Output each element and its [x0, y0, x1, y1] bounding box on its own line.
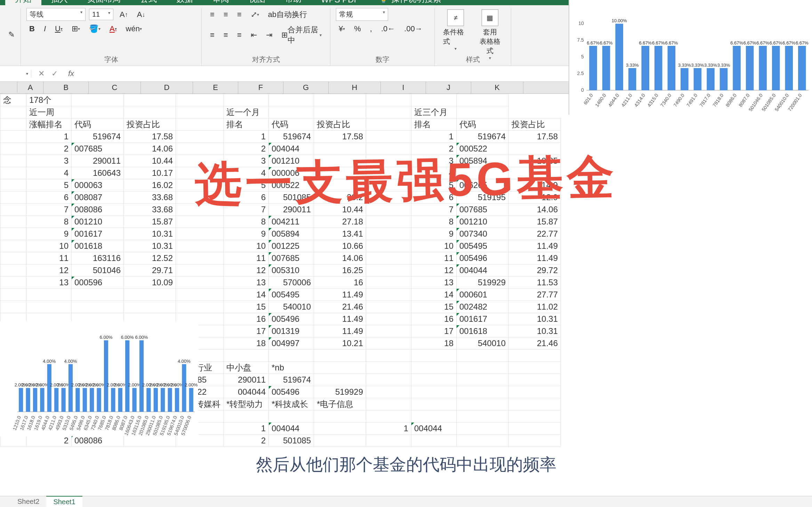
tab-formula[interactable]: 公式 [130, 0, 167, 5]
svg-rect-94 [104, 340, 108, 412]
column-header-B[interactable]: B [43, 82, 89, 93]
column-header-F[interactable]: F [238, 82, 283, 93]
svg-rect-115 [154, 388, 158, 412]
indent-dec[interactable]: ⇤ [248, 29, 260, 41]
tab-help[interactable]: 帮助 [275, 0, 311, 5]
svg-text:4044.0: 4044.0 [607, 92, 620, 108]
tab-data[interactable]: 数据 [167, 0, 203, 5]
font-name-select[interactable]: 等线▾ [26, 8, 86, 21]
svg-rect-73 [54, 388, 58, 412]
svg-rect-121 [168, 388, 172, 412]
subtitle-caption: 然后从他们那个基金的代码中出现的频率 [0, 450, 812, 479]
svg-text:7490.0: 7490.0 [672, 92, 685, 108]
svg-text:6.67%: 6.67% [770, 40, 782, 46]
merge-center[interactable]: ⊞ 合并后居中 ▾ [279, 23, 324, 47]
align-middle[interactable]: ≡ [221, 9, 231, 21]
format-as-table[interactable]: ▦套用 表格格式▾ [475, 8, 506, 62]
align-group-label: 对齐方式 [202, 55, 330, 64]
svg-rect-130 [189, 388, 193, 412]
svg-text:6.67%: 6.67% [730, 40, 743, 46]
percent-button[interactable]: % [351, 23, 364, 35]
align-bottom[interactable]: ≡ [234, 9, 244, 21]
svg-text:2.00%: 2.00% [128, 382, 141, 387]
svg-text:3.33%: 3.33% [678, 63, 691, 68]
tab-review[interactable]: 审阅 [203, 0, 239, 5]
svg-text:7491.0: 7491.0 [685, 92, 699, 108]
currency-button[interactable]: ¥▾ [336, 23, 348, 35]
align-top[interactable]: ≡ [207, 9, 217, 21]
column-header-H[interactable]: H [329, 82, 381, 93]
name-box[interactable]: ▾ [0, 70, 31, 77]
select-all-corner[interactable] [0, 82, 17, 93]
number-format-select[interactable]: 常规▾ [336, 8, 388, 21]
svg-rect-51 [785, 46, 793, 90]
wrap-text[interactable]: ab 自动换行 [265, 8, 310, 21]
column-header-A[interactable]: A [17, 82, 43, 93]
column-header-E[interactable]: E [193, 82, 238, 93]
svg-rect-36 [720, 68, 728, 90]
sheet-tab-sheet2[interactable]: Sheet2 [10, 496, 46, 507]
svg-rect-112 [146, 388, 151, 412]
fx-label[interactable]: fx [65, 69, 74, 78]
column-header-D[interactable]: D [141, 82, 193, 93]
tab-view[interactable]: 视图 [239, 0, 275, 5]
column-header-I[interactable]: I [381, 82, 426, 93]
svg-text:6.00%: 6.00% [121, 335, 134, 340]
svg-text:6.67%: 6.67% [652, 40, 665, 46]
tab-tellme[interactable]: 💡 操作说明搜索 [369, 0, 451, 5]
svg-text:6.67%: 6.67% [600, 40, 613, 46]
svg-text:10.00%: 10.00% [612, 18, 627, 23]
svg-rect-9 [602, 46, 610, 90]
number-group-label: 数字 [330, 55, 434, 64]
increase-decimal[interactable]: .0← [378, 23, 398, 35]
tab-home[interactable]: 开始 [5, 0, 41, 5]
bold-button[interactable]: B [26, 23, 38, 35]
svg-text:8086.0: 8086.0 [724, 92, 738, 108]
column-header-C[interactable]: C [89, 82, 141, 93]
format-painter[interactable]: ✎ [6, 29, 15, 41]
decrease-decimal[interactable]: .00→ [401, 23, 425, 35]
align-center[interactable]: ≡ [221, 29, 231, 41]
orientation[interactable]: ⤢▾ [248, 9, 262, 21]
italic-button[interactable]: I [41, 23, 49, 35]
svg-rect-109 [139, 340, 144, 412]
svg-rect-48 [772, 46, 780, 90]
svg-rect-97 [111, 388, 115, 412]
svg-text:7.5: 7.5 [577, 37, 584, 43]
svg-rect-88 [90, 388, 94, 412]
style-group-label: 样式 [435, 55, 511, 64]
font-size-select[interactable]: 11▾ [89, 9, 113, 20]
svg-text:2.00%: 2.00% [171, 382, 184, 387]
svg-text:3.33%: 3.33% [704, 63, 717, 68]
svg-rect-12 [615, 24, 623, 90]
svg-rect-21 [654, 46, 662, 90]
column-header-K[interactable]: K [471, 82, 523, 93]
svg-rect-91 [97, 388, 101, 412]
border-button[interactable]: ⊞▾ [69, 23, 83, 35]
conditional-format[interactable]: ≠条件格式▾ [440, 8, 471, 62]
column-header-G[interactable]: G [283, 82, 329, 93]
pinyin-button[interactable]: wén▾ [123, 23, 145, 35]
svg-text:2.5: 2.5 [577, 71, 584, 76]
comma-button[interactable]: , [367, 23, 375, 35]
fill-color-button[interactable]: 🪣▾ [86, 23, 103, 35]
indent-inc[interactable]: ⇥ [263, 29, 275, 41]
sheet-tab-sheet1[interactable]: Sheet1 [46, 496, 82, 507]
confirm-icon[interactable]: ✓ [51, 69, 58, 78]
underline-button[interactable]: U▾ [52, 23, 65, 35]
increase-font[interactable]: A↑ [117, 9, 131, 21]
align-right[interactable]: ≡ [234, 29, 244, 41]
cancel-icon[interactable]: ✕ [38, 69, 45, 78]
tab-insert[interactable]: 插入 [41, 0, 78, 5]
tab-layout[interactable]: 页面布局 [78, 0, 130, 5]
tab-wpspdf[interactable]: WPS PDF [311, 0, 369, 5]
svg-text:8087.0: 8087.0 [738, 92, 751, 108]
decrease-font[interactable]: A↓ [134, 9, 148, 21]
svg-rect-24 [668, 46, 676, 90]
font-color-button[interactable]: A▾ [107, 23, 120, 35]
svg-rect-127 [182, 364, 186, 412]
svg-rect-124 [175, 388, 179, 412]
align-left[interactable]: ≡ [207, 29, 217, 41]
sheet-tabs: Sheet2 Sheet1 [0, 496, 812, 507]
column-header-J[interactable]: J [426, 82, 471, 93]
